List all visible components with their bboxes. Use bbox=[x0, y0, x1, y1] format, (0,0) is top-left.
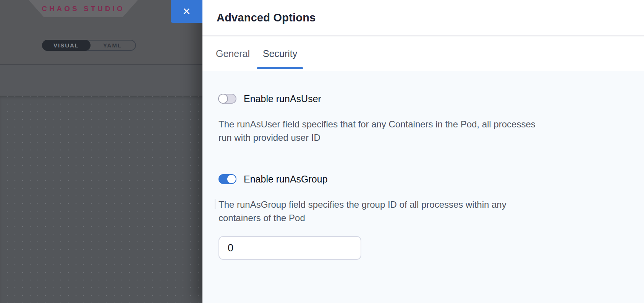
runasgroup-toggle[interactable] bbox=[218, 174, 236, 184]
workspace-backdrop: CHAOS STUDIO VISUAL YAML bbox=[0, 0, 202, 303]
runasgroup-description-line1: The runAsGroup field specifies the group… bbox=[218, 198, 629, 211]
brand-label: CHAOS STUDIO bbox=[42, 5, 125, 13]
view-mode-visual-button[interactable]: VISUAL bbox=[42, 40, 91, 51]
close-drawer-button[interactable]: ✕ bbox=[171, 0, 202, 23]
security-tab-panel: Enable runAsUser The runAsUser field spe… bbox=[202, 71, 644, 303]
runasuser-row: Enable runAsUser bbox=[218, 94, 629, 104]
runasgroup-row: Enable runAsGroup bbox=[218, 174, 629, 184]
advanced-options-drawer: ✕ Advanced Options General Security Enab… bbox=[202, 0, 644, 303]
runasgroup-description-line2: containers of the Pod bbox=[218, 211, 629, 225]
close-icon: ✕ bbox=[183, 7, 191, 16]
runasgroup-toggle-knob bbox=[227, 175, 236, 183]
runasuser-toggle[interactable] bbox=[218, 94, 236, 104]
runasuser-toggle-knob bbox=[218, 94, 228, 104]
runasgroup-value-input[interactable] bbox=[218, 236, 361, 260]
runasuser-description: The runAsUser field specifies that for a… bbox=[218, 117, 629, 144]
text-cursor bbox=[215, 199, 215, 209]
tab-security-label: Security bbox=[263, 48, 297, 59]
canvas-header-strip bbox=[0, 65, 202, 96]
app-root: CHAOS STUDIO VISUAL YAML ✕ Advanced Opti… bbox=[0, 0, 644, 303]
view-mode-yaml-button[interactable]: YAML bbox=[90, 41, 135, 50]
drawer-header: Advanced Options bbox=[202, 0, 644, 36]
runasgroup-toggle-label: Enable runAsGroup bbox=[244, 174, 328, 185]
runasuser-toggle-label: Enable runAsUser bbox=[244, 93, 321, 104]
tab-general[interactable]: General bbox=[210, 36, 256, 71]
runasuser-description-line2: run with provided user ID bbox=[218, 131, 629, 144]
view-mode-switch: VISUAL YAML bbox=[42, 40, 136, 51]
drawer-title: Advanced Options bbox=[217, 11, 316, 24]
chaos-studio-brand-badge: CHAOS STUDIO bbox=[29, 0, 138, 17]
active-tab-underline bbox=[257, 67, 303, 69]
runasuser-description-line1: The runAsUser field specifies that for a… bbox=[218, 117, 629, 131]
canvas-dot-grid bbox=[0, 96, 202, 303]
runasgroup-description: The runAsGroup field specifies the group… bbox=[218, 198, 629, 225]
drawer-tabs: General Security bbox=[202, 36, 644, 71]
tab-security[interactable]: Security bbox=[257, 36, 303, 71]
